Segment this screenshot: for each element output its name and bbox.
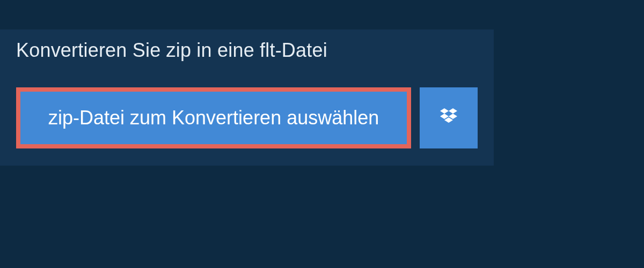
converter-panel: Konvertieren Sie zip in eine flt-Datei z… xyxy=(0,29,494,166)
page-title: Konvertieren Sie zip in eine flt-Datei xyxy=(16,39,370,62)
dropbox-icon xyxy=(438,106,459,130)
dropbox-button[interactable] xyxy=(420,87,478,148)
action-row: zip-Datei zum Konvertieren auswählen xyxy=(0,71,494,166)
heading-container: Konvertieren Sie zip in eine flt-Datei xyxy=(0,29,386,71)
select-file-label: zip-Datei zum Konvertieren auswählen xyxy=(48,107,379,129)
select-file-button[interactable]: zip-Datei zum Konvertieren auswählen xyxy=(16,87,411,148)
